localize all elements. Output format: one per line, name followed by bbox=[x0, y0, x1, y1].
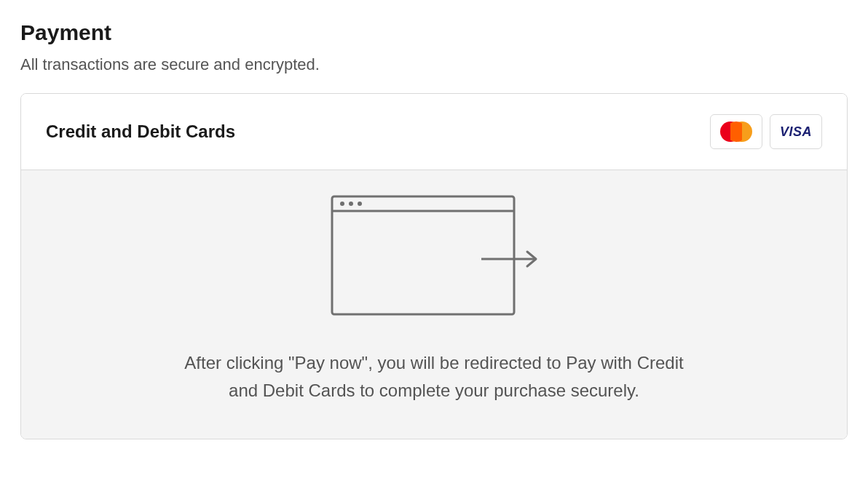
payment-method-box: Credit and Debit Cards VISA bbox=[20, 93, 848, 439]
payment-method-body: After clicking "Pay now", you will be re… bbox=[21, 170, 847, 439]
section-title: Payment bbox=[20, 20, 848, 45]
svg-point-2 bbox=[340, 202, 344, 206]
svg-rect-0 bbox=[332, 196, 514, 314]
payment-section: Payment All transactions are secure and … bbox=[20, 20, 848, 439]
section-subtitle: All transactions are secure and encrypte… bbox=[20, 55, 848, 74]
svg-point-4 bbox=[358, 202, 362, 206]
svg-point-3 bbox=[349, 202, 353, 206]
card-brand-badges: VISA bbox=[710, 114, 822, 149]
payment-method-header[interactable]: Credit and Debit Cards VISA bbox=[21, 94, 847, 170]
payment-method-label: Credit and Debit Cards bbox=[46, 121, 235, 142]
redirect-window-icon bbox=[65, 195, 803, 319]
redirect-message: After clicking "Pay now", you will be re… bbox=[172, 349, 696, 405]
mastercard-icon bbox=[710, 114, 762, 149]
visa-icon: VISA bbox=[770, 114, 822, 149]
